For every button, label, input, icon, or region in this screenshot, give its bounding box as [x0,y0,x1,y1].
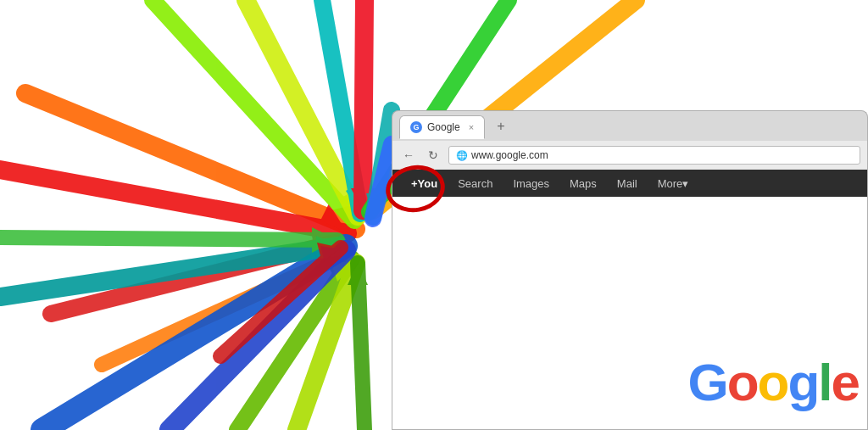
nav-item-mail[interactable]: Mail [609,174,646,193]
address-bar[interactable]: 🌐 www.google.com [448,146,860,165]
nav-item-images[interactable]: Images [504,174,558,193]
browser-tab[interactable]: G Google × [399,115,485,139]
google-logo: Google [687,352,859,412]
back-button[interactable]: ← [399,147,418,164]
nav-item-search[interactable]: Search [449,174,501,193]
svg-line-24 [363,0,364,210]
title-bar: G Google × + [392,110,868,141]
page-content: Google [392,197,868,430]
reload-button[interactable]: ↻ [425,147,442,164]
browser-window: G Google × + ← ↻ 🌐 www.google.com +You S… [392,110,868,430]
new-tab-button[interactable]: + [492,117,509,136]
google-nav-bar: +You Search Images Maps Mail More▾ [392,170,868,197]
favicon: G [410,121,422,133]
svg-line-16 [0,237,337,240]
address-globe-icon: 🌐 [456,150,468,161]
tab-close-button[interactable]: × [469,122,474,132]
url-text: www.google.com [471,149,548,161]
nav-item-maps[interactable]: Maps [561,174,605,193]
tab-title: Google [427,121,460,133]
address-bar-row: ← ↻ 🌐 www.google.com [392,141,868,170]
svg-line-33 [358,263,364,430]
nav-item-more[interactable]: More▾ [649,174,698,193]
